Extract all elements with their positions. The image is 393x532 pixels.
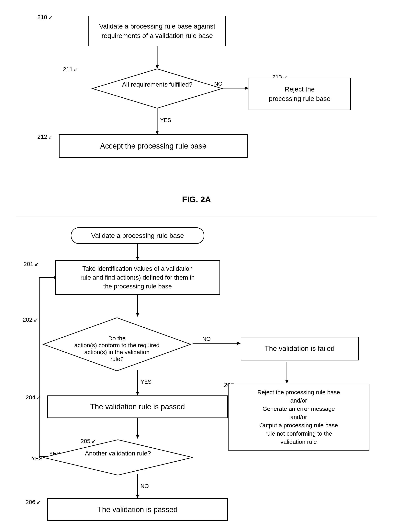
fig2a-box-reject: Reject the processing rule base [249,78,351,110]
fig2b-box-reject-multi: Reject the processing rule base and/or G… [228,384,369,451]
fig2a-box-top: Validate a processing rule base against … [88,16,226,46]
fig2a-box-accept: Accept the processing rule base [59,134,248,158]
label-201: 201 ↙ [24,261,39,267]
fig2a-diamond: All requirements fulfilled? [90,68,224,109]
label-212: 212 ↙ [37,133,53,140]
svg-text:YES: YES [160,117,171,123]
svg-text:NO: NO [202,336,211,342]
page: YES NO 210 ↙ Validate a processing rule … [0,0,393,532]
fig2a-title: FIG. 2A [16,195,377,204]
label-206: 206 ↙ [25,499,41,505]
fig2b-box-passed: The validation is passed [47,498,228,521]
fig2b-box-failed: The validation is failed [241,337,359,361]
svg-marker-6 [245,87,249,90]
svg-marker-13 [136,313,139,317]
fig2b-diamond-action: Do the action(s) conform to the required… [41,317,192,372]
svg-marker-11 [136,257,139,260]
svg-text:All requirements fulfilled?: All requirements fulfilled? [122,81,192,88]
svg-marker-23 [136,435,139,439]
svg-marker-3 [156,131,159,134]
svg-text:action(s) in the validation: action(s) in the validation [84,349,150,355]
fig2b-box-take: Take identification values of a validati… [55,260,220,295]
label-204: 204 ↙ [25,394,41,401]
svg-text:YES: YES [141,379,152,385]
label-202: 202 ↙ [23,316,38,323]
svg-text:Do the: Do the [108,335,126,341]
svg-text:rule?: rule? [110,356,124,362]
svg-text:NO: NO [141,483,149,489]
svg-marker-37 [43,440,192,475]
label-211: 211 ↙ [63,66,78,73]
fig2b-oval-start: Validate a processing rule base [71,227,204,244]
fig2b-container: NO YES NO [16,224,389,532]
svg-marker-20 [136,392,139,396]
svg-marker-8 [92,69,222,108]
svg-marker-25 [136,495,139,498]
svg-text:action(s) conform to the requi: action(s) conform to the required [74,342,160,348]
fig2a-container: YES NO 210 ↙ Validate a processing rule … [20,8,373,189]
svg-marker-15 [237,342,241,345]
fig2b-section: NO YES NO [16,224,377,532]
svg-text:Another validation rule?: Another validation rule? [85,450,151,457]
section-divider [16,216,377,216]
label-210: 210 ↙ [37,14,53,20]
fig2b-box-passed-rule: The validation rule is passed [47,396,228,418]
svg-marker-18 [285,380,289,384]
label-yes-another: YES [31,456,42,462]
fig2a-section: YES NO 210 ↙ Validate a processing rule … [16,8,377,204]
fig2b-diamond-another: Another validation rule? [41,439,195,476]
